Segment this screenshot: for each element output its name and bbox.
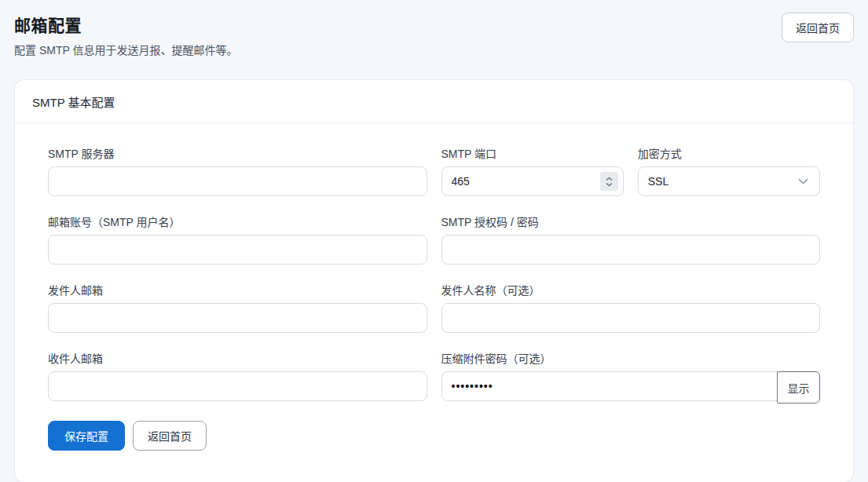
recipient-email-field: 收件人邮箱 [48,350,427,403]
chevron-up-icon [606,177,613,181]
smtp-server-field: SMTP 服务器 [48,145,427,196]
account-label: 邮箱账号（SMTP 用户名） [48,214,427,229]
zip-password-input[interactable] [441,371,778,401]
chevron-down-icon [798,178,808,184]
form-row-1: SMTP 服务器 SMTP 端口 [48,145,820,196]
auth-code-label: SMTP 授权码 / 密码 [441,214,821,229]
page-subtitle: 配置 SMTP 信息用于发送月报、提醒邮件等。 [14,42,237,57]
account-input[interactable] [48,235,427,265]
smtp-port-label: SMTP 端口 [441,145,624,161]
smtp-port-field: SMTP 端口 [441,145,624,196]
encryption-selected-value: SSL [648,175,668,188]
zip-password-field: 压缩附件密码（可选） 显示 [441,350,821,403]
recipient-email-label: 收件人邮箱 [48,350,427,366]
back-home-button-bottom[interactable]: 返回首页 [133,421,207,451]
page-header: 邮箱配置 配置 SMTP 信息用于发送月报、提醒邮件等。 返回首页 [14,11,854,57]
sender-name-input[interactable] [441,303,821,333]
page-title: 邮箱配置 [14,13,237,36]
encryption-label: 加密方式 [638,145,820,161]
smtp-config-card: SMTP 基本配置 SMTP 服务器 SMTP 端口 [14,79,854,482]
smtp-config-form: SMTP 服务器 SMTP 端口 [15,123,853,482]
form-row-3: 发件人邮箱 发件人名称（可选） [48,282,820,333]
sender-email-field: 发件人邮箱 [48,282,427,333]
card-header-title: SMTP 基本配置 [15,80,853,123]
port-stepper[interactable] [600,172,618,191]
smtp-server-label: SMTP 服务器 [48,145,427,161]
account-field: 邮箱账号（SMTP 用户名） [48,214,427,265]
save-config-button[interactable]: 保存配置 [48,421,125,451]
smtp-server-input[interactable] [48,166,427,196]
form-row-2: 邮箱账号（SMTP 用户名） SMTP 授权码 / 密码 [48,214,820,265]
zip-password-group: 显示 [441,371,821,403]
smtp-port-input[interactable] [441,166,624,196]
recipient-email-input[interactable] [48,371,427,401]
show-password-button[interactable]: 显示 [777,371,820,403]
email-config-page: 邮箱配置 配置 SMTP 信息用于发送月报、提醒邮件等。 返回首页 SMTP 基… [0,0,868,482]
chevron-down-icon [606,182,613,187]
form-row-4: 收件人邮箱 压缩附件密码（可选） 显示 [48,350,820,403]
form-actions: 保存配置 返回首页 [48,421,820,451]
sender-name-label: 发件人名称（可选） [441,282,821,298]
encryption-field: 加密方式 SSL [638,145,820,196]
sender-email-input[interactable] [48,303,427,333]
back-home-button-top[interactable]: 返回首页 [782,13,854,42]
encryption-select[interactable]: SSL [638,166,820,196]
page-title-block: 邮箱配置 配置 SMTP 信息用于发送月报、提醒邮件等。 [14,13,237,57]
sender-email-label: 发件人邮箱 [48,282,427,298]
port-encryption-subrow: SMTP 端口 加密方式 SSL [441,145,821,196]
smtp-port-input-wrap [441,166,624,196]
auth-code-input[interactable] [441,235,821,265]
sender-name-field: 发件人名称（可选） [441,282,821,333]
auth-code-field: SMTP 授权码 / 密码 [441,214,821,265]
zip-password-label: 压缩附件密码（可选） [441,350,821,366]
